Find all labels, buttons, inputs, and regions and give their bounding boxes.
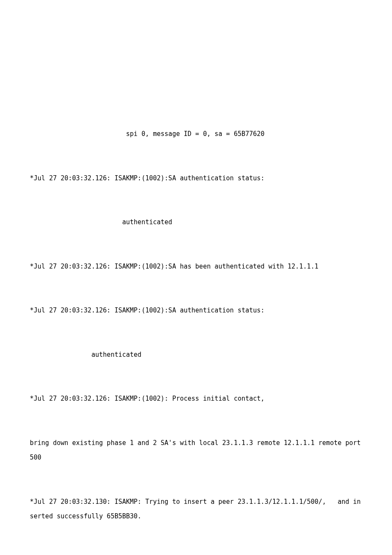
log-output: spi 0, message ID = 0, sa = 65B77620 *Ju… <box>30 97 362 555</box>
log-line: *Jul 27 20:03:32.130: ISAKMP: Trying to … <box>30 494 362 524</box>
log-line: authenticated <box>30 347 362 362</box>
log-line: *Jul 27 20:03:32.126: ISAKMP:(1002): Pro… <box>30 391 362 406</box>
log-line: bring down existing phase 1 and 2 SA's w… <box>30 436 362 465</box>
log-line: *Jul 27 20:03:32.126: ISAKMP:(1002):SA h… <box>30 259 362 274</box>
log-line: *Jul 27 20:03:32.126: ISAKMP:(1002):SA a… <box>30 303 362 318</box>
log-line: authenticated <box>30 215 362 230</box>
log-line: *Jul 27 20:03:32.130: ISAKMP:(1002):Inpu… <box>30 553 362 555</box>
log-line: spi 0, message ID = 0, sa = 65B77620 <box>30 127 362 142</box>
log-line: *Jul 27 20:03:32.126: ISAKMP:(1002):SA a… <box>30 171 362 186</box>
